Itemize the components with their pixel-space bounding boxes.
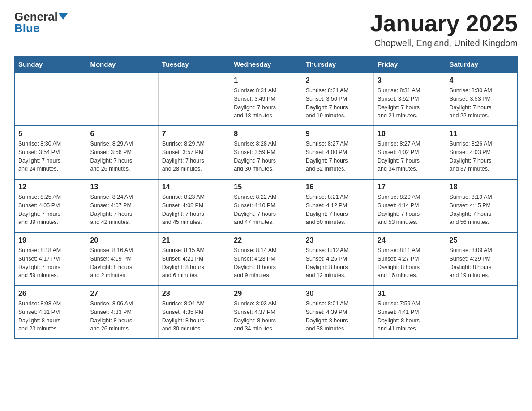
calendar-cell: 13Sunrise: 8:24 AM Sunset: 4:07 PM Dayli…	[86, 179, 158, 232]
weekday-header-sunday: Sunday	[15, 56, 86, 73]
calendar-cell	[15, 73, 86, 126]
day-number: 29	[234, 290, 298, 298]
day-info: Sunrise: 8:28 AM Sunset: 3:59 PM Dayligh…	[234, 140, 298, 173]
calendar-cell: 1Sunrise: 8:31 AM Sunset: 3:49 PM Daylig…	[230, 73, 302, 126]
calendar-week-row: 26Sunrise: 8:08 AM Sunset: 4:31 PM Dayli…	[15, 286, 518, 339]
day-number: 13	[90, 183, 154, 191]
day-number: 28	[162, 290, 226, 298]
calendar-cell: 11Sunrise: 8:26 AM Sunset: 4:03 PM Dayli…	[446, 126, 517, 179]
calendar-week-row: 19Sunrise: 8:18 AM Sunset: 4:17 PM Dayli…	[15, 232, 518, 286]
day-info: Sunrise: 8:14 AM Sunset: 4:23 PM Dayligh…	[234, 246, 298, 280]
day-info: Sunrise: 8:26 AM Sunset: 4:03 PM Dayligh…	[450, 140, 514, 173]
title-block: January 2025 Chopwell, England, United K…	[370, 11, 518, 48]
day-info: Sunrise: 8:27 AM Sunset: 4:00 PM Dayligh…	[306, 140, 370, 173]
day-info: Sunrise: 8:22 AM Sunset: 4:10 PM Dayligh…	[234, 193, 298, 227]
day-number: 30	[306, 290, 370, 298]
day-number: 4	[450, 77, 514, 85]
calendar-cell: 27Sunrise: 8:06 AM Sunset: 4:33 PM Dayli…	[86, 286, 158, 339]
day-info: Sunrise: 8:12 AM Sunset: 4:25 PM Dayligh…	[306, 246, 370, 280]
day-number: 10	[378, 130, 442, 138]
calendar-cell: 28Sunrise: 8:04 AM Sunset: 4:35 PM Dayli…	[158, 286, 230, 339]
logo: General Blue	[14, 11, 68, 34]
calendar-cell: 7Sunrise: 8:29 AM Sunset: 3:57 PM Daylig…	[158, 126, 230, 179]
day-number: 19	[18, 236, 82, 244]
day-number: 31	[378, 290, 442, 298]
day-info: Sunrise: 8:24 AM Sunset: 4:07 PM Dayligh…	[90, 193, 154, 227]
day-number: 14	[162, 183, 226, 191]
calendar-cell: 17Sunrise: 8:20 AM Sunset: 4:14 PM Dayli…	[374, 179, 446, 232]
day-number: 21	[162, 236, 226, 244]
day-number: 11	[450, 130, 514, 138]
calendar-cell: 4Sunrise: 8:30 AM Sunset: 3:53 PM Daylig…	[446, 73, 517, 126]
calendar-cell: 29Sunrise: 8:03 AM Sunset: 4:37 PM Dayli…	[230, 286, 302, 339]
day-number: 15	[234, 183, 298, 191]
calendar-cell: 19Sunrise: 8:18 AM Sunset: 4:17 PM Dayli…	[15, 232, 86, 286]
calendar-cell: 16Sunrise: 8:21 AM Sunset: 4:12 PM Dayli…	[302, 179, 373, 232]
day-number: 2	[306, 77, 370, 85]
weekday-header-friday: Friday	[374, 56, 446, 73]
day-info: Sunrise: 8:21 AM Sunset: 4:12 PM Dayligh…	[306, 193, 370, 227]
weekday-header-row: SundayMondayTuesdayWednesdayThursdayFrid…	[15, 56, 518, 73]
calendar-cell: 12Sunrise: 8:25 AM Sunset: 4:05 PM Dayli…	[15, 179, 86, 232]
day-info: Sunrise: 8:25 AM Sunset: 4:05 PM Dayligh…	[18, 193, 82, 227]
weekday-header-wednesday: Wednesday	[230, 56, 302, 73]
calendar-cell: 26Sunrise: 8:08 AM Sunset: 4:31 PM Dayli…	[15, 286, 86, 339]
day-info: Sunrise: 8:30 AM Sunset: 3:53 PM Dayligh…	[450, 86, 514, 120]
day-number: 17	[378, 183, 442, 191]
day-info: Sunrise: 8:29 AM Sunset: 3:57 PM Dayligh…	[162, 140, 226, 173]
day-number: 7	[162, 130, 226, 138]
calendar-cell: 30Sunrise: 8:01 AM Sunset: 4:39 PM Dayli…	[302, 286, 373, 339]
calendar-cell: 2Sunrise: 8:31 AM Sunset: 3:50 PM Daylig…	[302, 73, 373, 126]
calendar-cell: 31Sunrise: 7:59 AM Sunset: 4:41 PM Dayli…	[374, 286, 446, 339]
day-number: 22	[234, 236, 298, 244]
day-info: Sunrise: 8:11 AM Sunset: 4:27 PM Dayligh…	[378, 246, 442, 280]
day-info: Sunrise: 8:27 AM Sunset: 4:02 PM Dayligh…	[378, 140, 442, 173]
weekday-header-saturday: Saturday	[446, 56, 517, 73]
day-info: Sunrise: 8:31 AM Sunset: 3:49 PM Dayligh…	[234, 86, 298, 120]
calendar-cell: 18Sunrise: 8:19 AM Sunset: 4:15 PM Dayli…	[446, 179, 517, 232]
day-info: Sunrise: 8:23 AM Sunset: 4:08 PM Dayligh…	[162, 193, 226, 227]
page-header: General Blue January 2025 Chopwell, Engl…	[14, 11, 518, 48]
day-number: 9	[306, 130, 370, 138]
day-number: 27	[90, 290, 154, 298]
calendar-week-row: 1Sunrise: 8:31 AM Sunset: 3:49 PM Daylig…	[15, 73, 518, 126]
day-info: Sunrise: 8:31 AM Sunset: 3:50 PM Dayligh…	[306, 86, 370, 120]
calendar-cell: 10Sunrise: 8:27 AM Sunset: 4:02 PM Dayli…	[374, 126, 446, 179]
day-info: Sunrise: 8:31 AM Sunset: 3:52 PM Dayligh…	[378, 86, 442, 120]
calendar-cell: 20Sunrise: 8:16 AM Sunset: 4:19 PM Dayli…	[86, 232, 158, 286]
logo-blue-text: Blue	[14, 22, 39, 34]
day-number: 25	[450, 236, 514, 244]
calendar-cell: 6Sunrise: 8:29 AM Sunset: 3:56 PM Daylig…	[86, 126, 158, 179]
calendar-cell: 21Sunrise: 8:15 AM Sunset: 4:21 PM Dayli…	[158, 232, 230, 286]
calendar-cell: 9Sunrise: 8:27 AM Sunset: 4:00 PM Daylig…	[302, 126, 373, 179]
day-info: Sunrise: 8:16 AM Sunset: 4:19 PM Dayligh…	[90, 246, 154, 280]
calendar-cell: 25Sunrise: 8:09 AM Sunset: 4:29 PM Dayli…	[446, 232, 517, 286]
day-info: Sunrise: 8:30 AM Sunset: 3:54 PM Dayligh…	[18, 140, 82, 173]
day-number: 20	[90, 236, 154, 244]
day-number: 3	[378, 77, 442, 85]
day-info: Sunrise: 8:04 AM Sunset: 4:35 PM Dayligh…	[162, 300, 226, 333]
day-number: 26	[18, 290, 82, 298]
day-number: 6	[90, 130, 154, 138]
day-info: Sunrise: 8:06 AM Sunset: 4:33 PM Dayligh…	[90, 300, 154, 333]
weekday-header-thursday: Thursday	[302, 56, 373, 73]
calendar-cell: 24Sunrise: 8:11 AM Sunset: 4:27 PM Dayli…	[374, 232, 446, 286]
calendar-cell: 15Sunrise: 8:22 AM Sunset: 4:10 PM Dayli…	[230, 179, 302, 232]
day-info: Sunrise: 8:20 AM Sunset: 4:14 PM Dayligh…	[378, 193, 442, 227]
day-number: 24	[378, 236, 442, 244]
calendar-cell: 8Sunrise: 8:28 AM Sunset: 3:59 PM Daylig…	[230, 126, 302, 179]
calendar-cell: 5Sunrise: 8:30 AM Sunset: 3:54 PM Daylig…	[15, 126, 86, 179]
day-info: Sunrise: 8:01 AM Sunset: 4:39 PM Dayligh…	[306, 300, 370, 333]
day-number: 12	[18, 183, 82, 191]
day-number: 8	[234, 130, 298, 138]
weekday-header-tuesday: Tuesday	[158, 56, 230, 73]
calendar-cell: 22Sunrise: 8:14 AM Sunset: 4:23 PM Dayli…	[230, 232, 302, 286]
day-info: Sunrise: 8:19 AM Sunset: 4:15 PM Dayligh…	[450, 193, 514, 227]
calendar-week-row: 5Sunrise: 8:30 AM Sunset: 3:54 PM Daylig…	[15, 126, 518, 179]
day-info: Sunrise: 8:18 AM Sunset: 4:17 PM Dayligh…	[18, 246, 82, 280]
day-info: Sunrise: 8:29 AM Sunset: 3:56 PM Dayligh…	[90, 140, 154, 173]
logo-general-text: General	[14, 11, 58, 22]
day-number: 1	[234, 77, 298, 85]
day-number: 18	[450, 183, 514, 191]
day-number: 16	[306, 183, 370, 191]
